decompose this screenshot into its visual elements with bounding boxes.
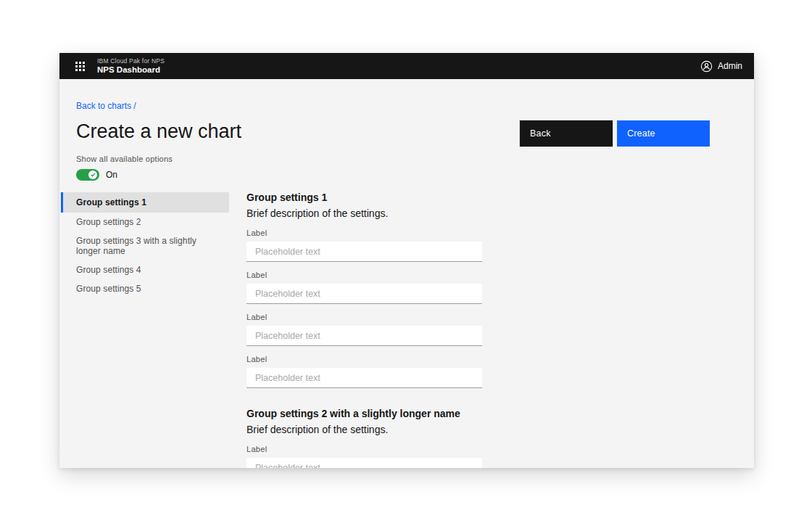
section-title: Group settings 1 <box>246 191 482 204</box>
page-hero: Back to charts / Create a new chart Show… <box>76 99 511 181</box>
section-description: Brief description of the settings. <box>246 207 482 220</box>
settings-nav: Group settings 1 Group settings 2 Group … <box>61 192 229 298</box>
create-button[interactable]: Create <box>617 120 710 147</box>
user-name-label: Admin <box>718 61 742 71</box>
back-button[interactable]: Back <box>520 120 613 147</box>
field-label: Label <box>246 445 482 454</box>
user-menu[interactable]: Admin <box>700 60 742 73</box>
section-title: Group settings 2 with a slightly longer … <box>246 407 482 420</box>
field-label: Label <box>246 271 482 280</box>
nav-item-group-settings-1[interactable]: Group settings 1 <box>61 192 229 213</box>
toggle-knob <box>88 170 97 179</box>
user-avatar-icon <box>700 60 713 73</box>
brand-product-name: NPS Dashboard <box>97 65 165 75</box>
show-options-toggle[interactable] <box>76 169 99 181</box>
field-label: Label <box>246 355 482 364</box>
field-label: Label <box>246 229 482 238</box>
app-window: IBM Cloud Pak for NPS NPS Dashboard Admi… <box>59 53 754 468</box>
nav-item-group-settings-2[interactable]: Group settings 2 <box>61 213 229 231</box>
grid-dots-icon <box>75 62 85 71</box>
check-icon <box>91 173 96 177</box>
nav-item-group-settings-4[interactable]: Group settings 4 <box>61 260 229 279</box>
toggle-label: Show all available options <box>76 155 511 163</box>
text-input-1[interactable] <box>246 242 482 262</box>
brand-eyebrow: IBM Cloud Pak for NPS <box>97 58 165 65</box>
text-input-4[interactable] <box>246 368 482 388</box>
app-header: IBM Cloud Pak for NPS NPS Dashboard Admi… <box>59 53 754 79</box>
section-description: Brief description of the settings. <box>246 423 482 436</box>
app-switcher-icon[interactable] <box>71 57 88 75</box>
settings-form: Group settings 1 Brief description of th… <box>246 191 482 468</box>
page-title: Create a new chart <box>76 120 511 143</box>
form-section-1: Group settings 1 Brief description of th… <box>246 191 482 388</box>
text-input-3[interactable] <box>246 326 482 346</box>
app-brand: IBM Cloud Pak for NPS NPS Dashboard <box>97 58 165 75</box>
nav-item-group-settings-3[interactable]: Group settings 3 with a slightly longer … <box>61 231 229 260</box>
form-section-2: Group settings 2 with a slightly longer … <box>246 407 482 468</box>
text-input-2[interactable] <box>246 284 482 304</box>
nav-item-group-settings-5[interactable]: Group settings 5 <box>61 279 229 298</box>
breadcrumb[interactable]: Back to charts / <box>76 101 136 111</box>
toggle-state-label: On <box>106 170 117 180</box>
field-label: Label <box>246 313 482 322</box>
text-input-5[interactable] <box>246 458 482 468</box>
toggle-row: On <box>76 169 511 181</box>
